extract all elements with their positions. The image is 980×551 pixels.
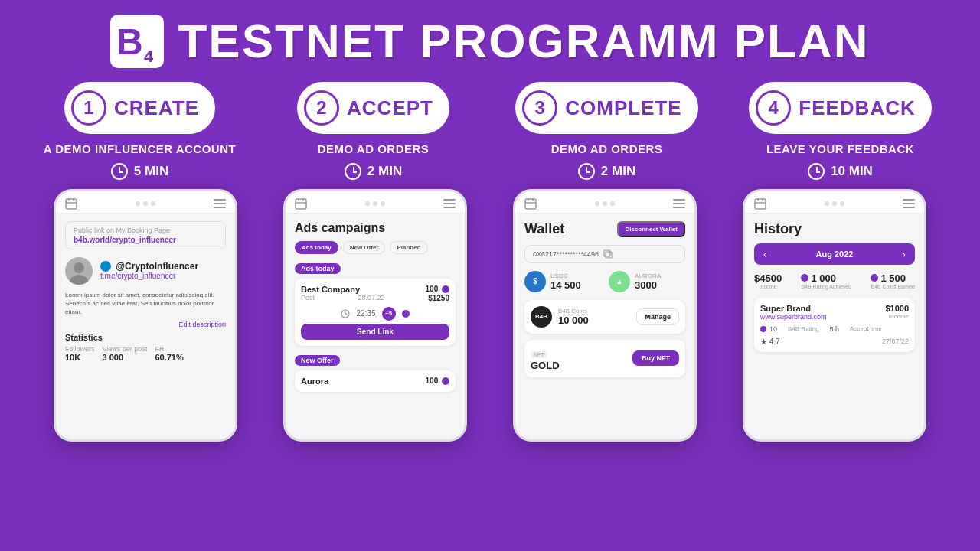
phone-4-content: History ‹ Aug 2022 › $4500 Income 1 000: [745, 214, 924, 429]
clock-icon-3: [578, 163, 595, 180]
svg-rect-10: [296, 199, 306, 209]
step-1-badge: 1 CREATE: [64, 82, 215, 134]
step-4: 4 FEEDBACK LEAVE YOUR FEEDBACK 10 MIN: [733, 82, 948, 180]
calendar-icon-4: [754, 197, 766, 210]
prev-month-button[interactable]: ‹: [763, 248, 767, 260]
phone-1: Public link on My Booking Page b4b.world…: [54, 189, 237, 442]
step-2-desc: DEMO AD ORDERS: [318, 142, 430, 157]
page: B 4 TESTNET PROGRAMM PLAN 1 CREATE A DEM…: [0, 0, 980, 551]
rating-coin-icon: [801, 274, 808, 282]
next-month-button[interactable]: ›: [902, 248, 906, 260]
brand-card-mid: www.superbrand.com Income: [760, 313, 909, 321]
menu-icon-4[interactable]: [903, 199, 915, 208]
p3-dot-3: [610, 201, 615, 206]
timer-badge: +5: [382, 307, 396, 321]
step-1: 1 CREATE A DEMO INFLUENCER ACCOUNT 5 MIN: [33, 82, 247, 180]
svg-line-16: [345, 314, 348, 315]
step-1-num: 1: [71, 90, 106, 126]
phone-dot-2: [143, 201, 148, 206]
p2-dot-1: [365, 201, 370, 206]
svg-rect-23: [755, 199, 766, 209]
profile-bio: Lorem ipsum dolor sit amet, consectetur …: [65, 291, 226, 317]
p2-dot-2: [373, 201, 377, 206]
stats-title: Statistics: [65, 333, 226, 342]
svg-text:4: 4: [144, 47, 154, 66]
p4-dot-2: [832, 201, 837, 206]
history-stats: $4500 Income 1 000 B4B Rating Achieved: [754, 272, 915, 290]
step-1-label: CREATE: [114, 96, 199, 120]
step-1-desc: A DEMO INFLUENCER ACCOUNT: [44, 142, 236, 157]
coin-icon-2: [402, 310, 410, 318]
step-4-desc: LEAVE YOUR FEEDBACK: [766, 142, 914, 157]
step-4-time: 10 MIN: [808, 163, 873, 180]
nft-name: GOLD: [531, 360, 560, 371]
menu-icon-1[interactable]: [214, 199, 226, 208]
step-4-num: 4: [756, 90, 791, 126]
tab-planned[interactable]: Planned: [390, 241, 427, 254]
header: B 4 TESTNET PROGRAMM PLAN: [0, 0, 980, 76]
edit-description[interactable]: Edit description: [65, 321, 226, 328]
stat-income: $4500 Income: [754, 272, 782, 290]
phone-2: Ads campaigns Ads today New Offer Planne…: [283, 189, 467, 442]
phone-1-header: [56, 191, 235, 214]
ad-card-1-date: 28.07.22: [358, 294, 385, 302]
step-2-num: 2: [304, 90, 339, 126]
section-ads-today: Ads today: [295, 263, 341, 274]
ad-card-1-meta: Post 28.07.22 $1250: [301, 294, 449, 302]
link-url[interactable]: b4b.world/crypto_influencer: [74, 236, 217, 244]
copy-icon[interactable]: [603, 249, 612, 259]
step-2: 2 ACCEPT DEMO AD ORDERS 2 MIN: [266, 82, 481, 180]
calendar-icon-1: [65, 197, 77, 210]
logo-icon: B 4: [110, 15, 164, 68]
nft-badge: NFT: [531, 351, 547, 358]
disconnect-wallet-button[interactable]: Disconnect Wallet: [617, 221, 685, 237]
svg-rect-17: [525, 199, 536, 209]
calendar-nav: ‹ Aug 2022 ›: [754, 243, 915, 265]
phone-4: History ‹ Aug 2022 › $4500 Income 1 000: [743, 189, 926, 442]
tab-new-offer[interactable]: New Offer: [343, 241, 386, 254]
token-aurora: ▲ AURORA 3000: [609, 271, 685, 292]
wallet-address-row: 0X6217**********4498: [524, 245, 685, 263]
ad-card-1-price: $1250: [428, 294, 449, 302]
step-2-label: ACCEPT: [347, 96, 433, 120]
manage-button[interactable]: Manage: [636, 308, 679, 325]
ad-card-2: Aurora 100: [295, 370, 456, 392]
b48-icon: B4B: [531, 306, 552, 328]
meta-rating: 10: [760, 325, 777, 333]
ads-campaigns-title: Ads campaigns: [295, 221, 456, 235]
page-title: TESTNET PROGRAMM PLAN: [178, 14, 869, 68]
history-date: 27/07/22: [882, 337, 909, 346]
brand-name: Super Brand: [760, 304, 811, 313]
svg-text:B: B: [116, 21, 143, 62]
ad-card-1: Best Company 100 Post 28.07.22 $1250: [295, 279, 456, 346]
phone-3-content: Wallet Disconnect Wallet 0X6217*********…: [515, 214, 694, 429]
brand-url[interactable]: www.superbrand.com: [760, 313, 827, 321]
p3-dot-2: [603, 201, 607, 206]
link-box: Public link on My Booking Page b4b.world…: [65, 221, 226, 249]
clock-icon-2: [345, 163, 361, 180]
send-link-button[interactable]: Send Link: [301, 324, 449, 340]
clock-icon-1: [111, 163, 128, 180]
brand-card: Super Brand $1000 www.superbrand.com Inc…: [754, 298, 915, 352]
menu-icon-3[interactable]: [673, 199, 685, 208]
income-label: Income: [889, 313, 909, 321]
tab-ads-today[interactable]: Ads today: [295, 241, 338, 254]
profile-tg[interactable]: t.me/crypto_influencer: [100, 272, 198, 280]
ad-card-1-type: Post: [301, 294, 315, 302]
avatar: [65, 257, 93, 285]
menu-icon-2[interactable]: [443, 199, 456, 208]
ad-card-1-row: Best Company 100: [301, 285, 449, 294]
phone-4-header: [745, 191, 924, 214]
timer-value: 22:35: [356, 309, 375, 318]
steps-row: 1 CREATE A DEMO INFLUENCER ACCOUNT 5 MIN…: [0, 82, 980, 180]
brand-meta: 10 B4B Rating 5 h Accept time: [760, 325, 909, 333]
step-4-label: FEEDBACK: [799, 96, 915, 120]
buy-nft-button[interactable]: Buy NFT: [632, 350, 679, 366]
phone-1-content: Public link on My Booking Page b4b.world…: [56, 214, 235, 429]
phone-2-content: Ads campaigns Ads today New Offer Planne…: [286, 214, 465, 429]
usdc-icon: $: [524, 271, 546, 292]
stat-b48-rating: 1 000 B4B Rating Achieved: [801, 272, 851, 290]
svg-rect-22: [604, 250, 610, 256]
link-label: Public link on My Booking Page: [74, 227, 217, 234]
stat-followers: Followers 10K: [65, 345, 95, 362]
